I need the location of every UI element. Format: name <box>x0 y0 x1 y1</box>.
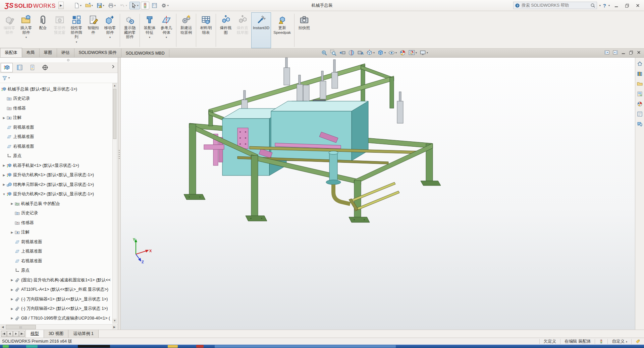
tree-item-2[interactable]: 传感器 <box>0 103 112 113</box>
tree-item-22[interactable]: ▶(-) 万向联轴器<1> (默认<<默认>_显示状态 1>) <box>0 294 112 304</box>
taskbar-icon[interactable] <box>168 345 178 348</box>
exploded-view-button[interactable]: 爆炸视图 <box>218 12 234 48</box>
doc-tab-运动算例 1[interactable]: 运动算例 1 <box>68 330 98 338</box>
linear-pattern-button[interactable]: 线性零部件阵列▾ <box>68 12 85 48</box>
dropdown-arrow-icon[interactable]: ▾ <box>25 35 27 40</box>
dropdown-arrow-icon[interactable]: ▾ <box>109 35 111 40</box>
assembly-3d-model[interactable] <box>121 58 635 330</box>
dropdown-arrow-icon[interactable]: ▾ <box>166 35 167 40</box>
taskbar-icon[interactable] <box>3 345 9 348</box>
tree-expand-arrow[interactable]: ▶ <box>9 288 15 291</box>
scroll-down-arrow[interactable]: ▼ <box>113 319 117 323</box>
doc-restore-button[interactable] <box>629 50 634 55</box>
tree-expand-arrow[interactable]: ▶ <box>9 297 15 301</box>
view-orientation-button[interactable]: ▾ <box>366 49 375 56</box>
hide-items-button[interactable]: ▾ <box>388 49 397 56</box>
scroll-right-arrow[interactable]: ▶ <box>112 325 117 329</box>
mate-button[interactable]: 配合 <box>35 12 51 48</box>
select-cursor-button[interactable]: ▾ <box>129 2 140 9</box>
previous-view-button[interactable] <box>338 49 346 56</box>
scroll-left-arrow[interactable]: ◀ <box>0 325 5 329</box>
search-scope-dropdown[interactable]: ▾ <box>599 4 601 7</box>
print-button[interactable]: ▾ <box>107 2 117 9</box>
section-view-button[interactable] <box>347 49 355 56</box>
zoom-area-button[interactable] <box>329 49 337 56</box>
hscroll-thumb[interactable]: ||| <box>6 325 36 329</box>
tree-expand-arrow[interactable]: ▶ <box>1 183 7 186</box>
tree-expand-arrow[interactable]: ▶ <box>9 278 15 282</box>
taskbar-icon[interactable] <box>196 345 204 348</box>
menu-flyout-arrow[interactable]: ▶ <box>58 2 64 9</box>
insert-component-button[interactable]: 插入零部件▾ <box>18 12 34 48</box>
panel-tab-dimxpertmanager[interactable] <box>39 63 51 72</box>
taskbar-icon[interactable] <box>26 345 38 348</box>
options-gear-button[interactable]: ▾ <box>160 2 170 9</box>
pane-right-icon[interactable] <box>612 50 618 55</box>
dropdown-arrow-icon[interactable]: ▾ <box>149 35 150 40</box>
open-folder-button[interactable]: ▾ <box>84 2 94 9</box>
nav-prev-button[interactable] <box>7 331 13 337</box>
view-settings-button[interactable]: ▾ <box>419 49 429 56</box>
app-minimize-button[interactable] <box>612 2 621 9</box>
tree-item-0[interactable]: 机械手总装 (默认<默认_显示状态-1>) <box>0 84 112 94</box>
search-icon[interactable] <box>590 3 595 8</box>
tree-item-14[interactable]: 传感器 <box>0 218 112 228</box>
pane-left-icon[interactable] <box>604 50 610 55</box>
nav-last-button[interactable] <box>19 331 25 337</box>
tree-vertical-scrollbar[interactable]: ▲ ▼ <box>112 83 117 324</box>
tree-expand-arrow[interactable]: ▶ <box>9 317 15 320</box>
tree-item-12[interactable]: ▶机械手总装 中的配合 <box>0 199 112 209</box>
panel-tab-propertymanager[interactable] <box>13 63 25 72</box>
tree-item-10[interactable]: ▶结构单元部装<2> (默认<默认_显示状态-1>) <box>0 180 112 190</box>
motion-study-button[interactable]: 新建运动算例 <box>178 12 194 48</box>
dropdown-arrow-icon[interactable]: ▾ <box>416 51 417 54</box>
design-library-button[interactable] <box>636 70 643 77</box>
dropdown-arrow-icon[interactable]: ▾ <box>126 4 127 7</box>
tree-horizontal-scrollbar[interactable]: ◀ ||| ▶ <box>0 324 118 330</box>
new-doc-button[interactable]: ▾ <box>72 2 83 9</box>
tree-item-11[interactable]: ▼提升动力机构<2> (默认<默认_显示状态-1>) <box>0 190 112 199</box>
dropdown-arrow-icon[interactable]: ▾ <box>114 4 116 7</box>
tree-expand-arrow[interactable]: ▼ <box>1 193 7 196</box>
panel-expand-chevron-icon[interactable] <box>111 64 115 69</box>
smart-fasteners-button[interactable]: 智能扣件 <box>85 12 101 48</box>
tree-expand-arrow[interactable]: ▶ <box>9 231 15 234</box>
forum-button[interactable] <box>636 121 643 127</box>
scroll-up-arrow[interactable]: ▲ <box>113 83 117 88</box>
tree-item-17[interactable]: 上视基准面 <box>0 247 112 257</box>
dropdown-arrow-icon[interactable]: ▾ <box>137 4 139 7</box>
dropdown-arrow-icon[interactable]: ▾ <box>76 40 77 45</box>
panel-tab-configurationmanager[interactable] <box>26 63 38 72</box>
dropdown-arrow-icon[interactable]: ▾ <box>92 4 93 7</box>
filter-dropdown[interactable]: ▾ <box>8 76 10 79</box>
reference-geometry-button[interactable]: 参考几何体▾ <box>158 12 174 48</box>
apply-scene-button[interactable]: ▾ <box>408 49 418 56</box>
tree-item-18[interactable]: 右视基准面 <box>0 256 112 266</box>
dropdown-arrow-icon[interactable]: ▾ <box>395 51 397 54</box>
tree-expand-arrow[interactable]: ▶ <box>1 164 7 167</box>
panel-splitter[interactable] <box>118 58 121 330</box>
annotation-views-button[interactable]: A <box>357 49 364 56</box>
panel-collapse-dot[interactable] <box>0 58 118 62</box>
doc-tab-3D 视图[interactable]: 3D 视图 <box>44 330 68 338</box>
tree-expand-arrow[interactable]: ▶ <box>9 202 15 205</box>
dropdown-arrow-icon[interactable]: ▾ <box>80 4 82 7</box>
tree-expand-arrow[interactable]: ▶ <box>9 307 15 310</box>
tab-SOLIDWORKS MBD[interactable]: SOLIDWORKS MBD <box>121 50 169 57</box>
filter-funnel-icon[interactable] <box>2 75 7 81</box>
tree-item-1[interactable]: 历史记录 <box>0 94 112 104</box>
tree-item-8[interactable]: ▶机器手机架<1> (默认<显示状态-1>) <box>0 161 112 170</box>
assembly-features-button[interactable]: 装配体特征▾ <box>142 12 158 48</box>
tab-布局[interactable]: 布局 <box>22 49 40 57</box>
view-palette-button[interactable] <box>636 90 643 97</box>
tree-item-3[interactable]: ▶A注解 <box>0 113 112 123</box>
home-button[interactable] <box>636 60 643 67</box>
custom-properties-button[interactable] <box>636 111 643 117</box>
nav-next-button[interactable] <box>13 331 19 337</box>
tree-item-16[interactable]: 前视基准面 <box>0 237 112 247</box>
edit-appearance-button[interactable] <box>399 49 407 56</box>
tree-item-9[interactable]: ▶提升动力机构<1> (默认<默认_显示状态-1>) <box>0 170 112 180</box>
traffic-light-button[interactable] <box>141 2 149 9</box>
tree-item-20[interactable]: ▶(固定) 提升动力机构-减速机固定板1<1> (默认<< <box>0 275 112 285</box>
tree-item-4[interactable]: 前视基准面 <box>0 123 112 132</box>
